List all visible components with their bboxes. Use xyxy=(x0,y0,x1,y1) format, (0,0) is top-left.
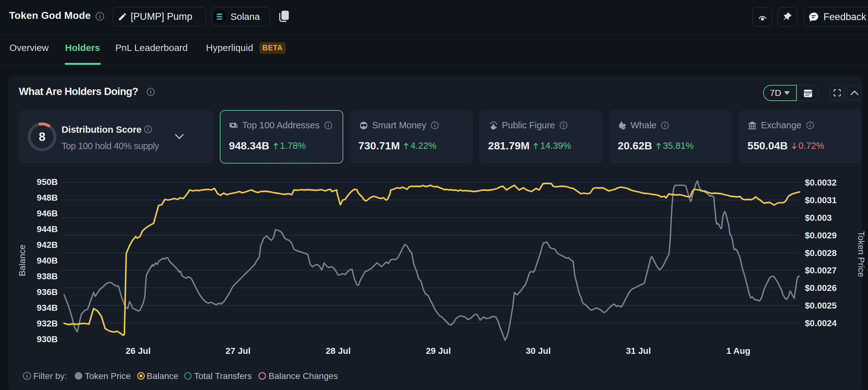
svg-text:930B: 930B xyxy=(37,334,58,344)
svg-text:934B: 934B xyxy=(37,303,58,313)
svg-text:$0.0025: $0.0025 xyxy=(805,301,837,310)
svg-text:1 Aug: 1 Aug xyxy=(726,346,750,356)
svg-text:932B: 932B xyxy=(37,318,58,328)
svg-text:Balance: Balance xyxy=(17,244,27,276)
svg-text:27 Jul: 27 Jul xyxy=(225,346,250,356)
svg-text:$0.003: $0.003 xyxy=(805,213,832,223)
svg-text:938B: 938B xyxy=(37,272,58,281)
svg-text:28 Jul: 28 Jul xyxy=(326,346,350,356)
svg-text:950B: 950B xyxy=(37,177,58,187)
svg-text:$0.0027: $0.0027 xyxy=(805,266,837,275)
svg-text:29 Jul: 29 Jul xyxy=(426,346,451,356)
svg-text:26 Jul: 26 Jul xyxy=(126,346,150,356)
svg-text:30 Jul: 30 Jul xyxy=(526,346,551,356)
svg-text:$0.0029: $0.0029 xyxy=(805,230,837,240)
svg-text:$0.0028: $0.0028 xyxy=(805,248,837,258)
svg-text:944B: 944B xyxy=(37,224,58,234)
svg-text:942B: 942B xyxy=(37,240,58,250)
svg-text:31 Jul: 31 Jul xyxy=(626,346,651,356)
svg-text:946B: 946B xyxy=(37,208,58,218)
svg-text:$0.0032: $0.0032 xyxy=(805,178,837,188)
svg-text:Token Price: Token Price xyxy=(857,231,866,277)
svg-text:936B: 936B xyxy=(37,287,58,297)
svg-text:$0.0031: $0.0031 xyxy=(805,195,837,205)
svg-text:948B: 948B xyxy=(37,193,58,202)
svg-text:$0.0024: $0.0024 xyxy=(805,318,837,328)
svg-text:$0.0026: $0.0026 xyxy=(805,283,837,293)
svg-text:940B: 940B xyxy=(37,256,58,266)
